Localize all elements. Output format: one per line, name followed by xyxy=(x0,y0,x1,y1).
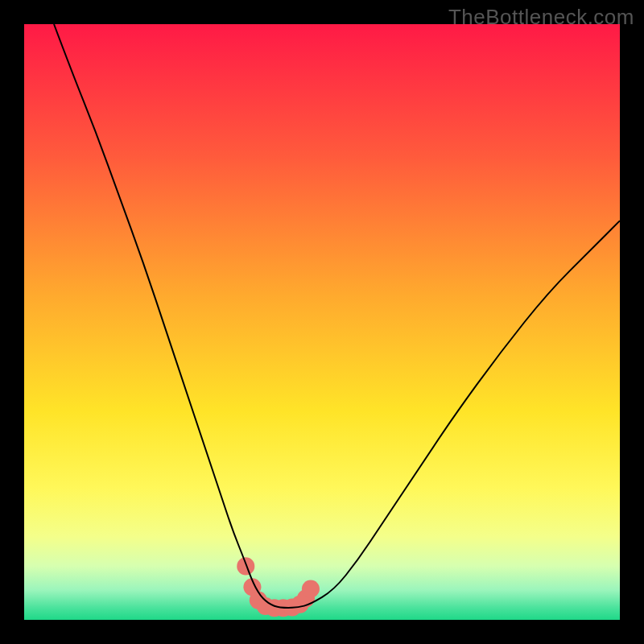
plot-area xyxy=(24,24,620,620)
watermark-text: TheBottleneck.com xyxy=(448,5,634,30)
bottleneck-curve xyxy=(54,24,620,608)
marker-point xyxy=(302,580,320,597)
chart-svg xyxy=(24,24,620,620)
chart-frame: TheBottleneck.com xyxy=(0,0,644,644)
marker-point xyxy=(237,557,254,575)
marker-band-group xyxy=(237,557,320,617)
